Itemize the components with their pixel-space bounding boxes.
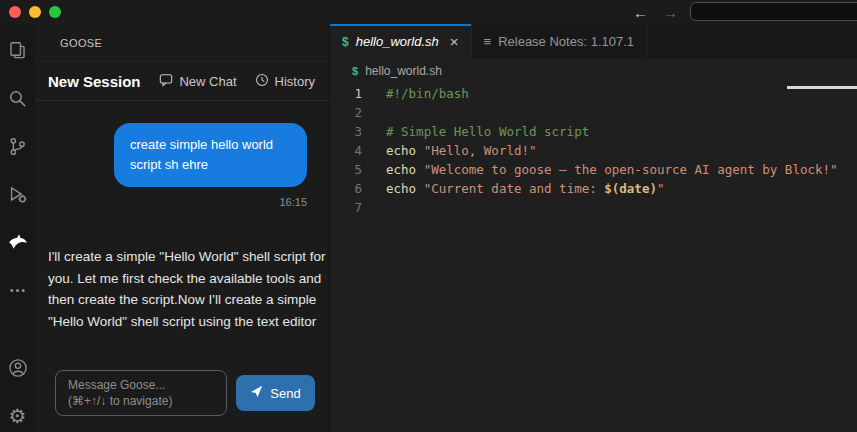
chat-area: create simple hello world script sh ehre… [35,101,329,370]
code-lines: 1#!/bin/bash23# Simple Hello World scrip… [330,84,857,217]
tab-release-notes[interactable]: ≡ Release Notes: 1.107.1 [472,24,647,59]
close-window-button[interactable] [9,6,21,18]
new-chat-button[interactable]: New Chat [159,73,236,90]
goose-sidebar: GOOSE New Session New Chat [35,24,330,432]
session-header: New Session New Chat [35,62,329,101]
release-notes-icon: ≡ [484,34,492,49]
code-editor[interactable]: 1#!/bin/bash23# Simple Hello World scrip… [330,83,857,432]
line-number: 7 [330,198,376,217]
forward-arrow-icon[interactable]: → [663,4,678,21]
line-number: 1 [330,84,376,103]
assistant-message: I'll create a simple "Hello World" shell… [48,246,326,332]
minimize-window-button[interactable] [29,6,41,18]
chat-bubble-icon [159,73,173,90]
app-window: ← → [0,0,857,432]
code-text: echo "Current date and time: $(date)" [376,179,664,198]
code-line[interactable]: 3# Simple Hello World script [330,122,857,141]
code-line[interactable]: 4echo "Hello, World!" [330,141,857,160]
sidebar-panel-title: GOOSE [35,24,329,62]
input-placeholder-line2: (⌘+↑/↓ to navigate) [68,393,214,409]
tab-bar: $ hello_world.sh × ≡ Release Notes: 1.10… [330,24,857,59]
breadcrumb-label: hello_world.sh [365,64,442,78]
goose-icon[interactable] [8,232,28,252]
more-icon[interactable] [8,280,28,300]
code-line[interactable]: 6echo "Current date and time: $(date)" [330,179,857,198]
new-chat-label: New Chat [179,74,236,89]
shell-file-icon: $ [342,35,349,49]
line-number: 2 [330,103,376,122]
explorer-icon[interactable] [8,40,28,60]
code-line[interactable]: 2 [330,103,857,122]
traffic-lights [9,6,61,18]
user-message-bubble: create simple hello world script sh ehre [114,123,307,187]
input-placeholder-line1: Message Goose... [68,377,214,393]
back-arrow-icon[interactable]: ← [633,4,648,21]
close-tab-icon[interactable]: × [450,33,459,50]
search-icon[interactable] [8,88,28,108]
scrollbar-thumb[interactable] [787,86,857,89]
main-area: ⚙ GOOSE New Session New Chat [0,24,857,432]
line-number: 5 [330,160,376,179]
tab-hello-world-sh[interactable]: $ hello_world.sh × [330,24,472,59]
code-line[interactable]: 7 [330,198,857,217]
message-input[interactable]: Message Goose... (⌘+↑/↓ to navigate) [55,370,227,416]
maximize-window-button[interactable] [49,6,61,18]
tab-label: hello_world.sh [356,34,439,49]
activity-bar: ⚙ [0,24,35,432]
account-icon[interactable] [8,358,28,378]
history-label: History [275,74,315,89]
code-line[interactable]: 1#!/bin/bash [330,84,857,103]
code-text: echo "Hello, World!" [376,141,537,160]
send-button[interactable]: Send [236,375,315,411]
editor-area: $ hello_world.sh × ≡ Release Notes: 1.10… [330,24,857,432]
line-number: 4 [330,141,376,160]
settings-gear-icon[interactable]: ⚙ [8,406,28,426]
run-and-debug-icon[interactable] [8,184,28,204]
message-timestamp: 16:15 [48,196,307,208]
code-text [376,103,386,122]
command-center[interactable] [690,2,857,21]
session-title: New Session [48,73,141,90]
code-text: #!/bin/bash [376,84,469,103]
breadcrumb[interactable]: $ hello_world.sh [330,59,857,83]
titlebar: ← → [0,0,857,24]
code-text [376,198,386,217]
clock-icon [255,73,269,90]
code-line[interactable]: 5echo "Welcome to goose — the open-sourc… [330,160,857,179]
source-control-icon[interactable] [8,136,28,156]
composer: Message Goose... (⌘+↑/↓ to navigate) Sen… [35,370,329,432]
line-number: 6 [330,179,376,198]
history-nav: ← → [633,0,678,24]
shell-file-icon: $ [352,65,358,77]
send-label: Send [270,386,300,401]
code-text: # Simple Hello World script [376,122,589,141]
tab-label: Release Notes: 1.107.1 [498,34,634,49]
paper-plane-icon [250,385,263,401]
line-number: 3 [330,122,376,141]
history-button[interactable]: History [255,73,315,90]
code-text: echo "Welcome to goose — the open-source… [376,160,838,179]
